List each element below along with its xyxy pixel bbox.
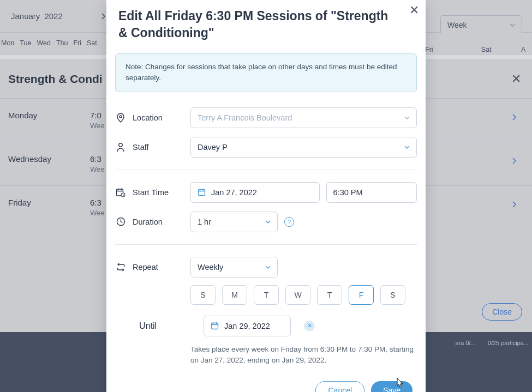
repeat-icon bbox=[115, 262, 126, 273]
location-row: Location Terry A Francois Boulevard bbox=[115, 103, 417, 132]
cancel-button[interactable]: Cancel bbox=[315, 381, 364, 392]
day-thu[interactable]: T bbox=[317, 285, 342, 305]
chevron-down-icon bbox=[265, 220, 271, 224]
svg-rect-6 bbox=[212, 323, 218, 329]
day-wed[interactable]: W bbox=[285, 285, 310, 305]
duration-select[interactable]: 1 hr bbox=[190, 212, 278, 232]
close-button[interactable]: ✕ bbox=[409, 3, 419, 17]
day-fri[interactable]: F bbox=[349, 285, 374, 305]
clear-until-icon[interactable]: ✕ bbox=[304, 321, 315, 331]
duration-row: Duration 1 hr ? bbox=[115, 207, 417, 237]
start-time-label: Start Time bbox=[133, 188, 190, 197]
svg-rect-4 bbox=[199, 190, 205, 196]
day-sun[interactable]: S bbox=[190, 285, 216, 305]
staff-label: Staff bbox=[133, 143, 190, 152]
until-date-input[interactable]: Jan 29, 2022 bbox=[204, 316, 291, 336]
start-time-input[interactable]: 6:30 PM bbox=[326, 182, 417, 203]
staff-row: Staff Davey P bbox=[115, 132, 417, 162]
day-sat[interactable]: S bbox=[380, 285, 405, 305]
modal-title: Edit All Friday 6:30 PM Sessions of "Str… bbox=[106, 0, 426, 41]
staff-select[interactable]: Davey P bbox=[190, 137, 417, 158]
duration-value: 1 hr bbox=[198, 218, 211, 226]
info-note: Note: Changes for sessions that take pla… bbox=[115, 53, 417, 92]
svg-point-1 bbox=[119, 143, 122, 146]
save-button[interactable]: Save bbox=[371, 381, 413, 392]
recurrence-summary: Takes place every week on Friday from 6:… bbox=[106, 336, 426, 366]
repeat-label: Repeat bbox=[133, 263, 190, 272]
edit-sessions-modal: ✕ Edit All Friday 6:30 PM Sessions of "S… bbox=[106, 0, 426, 392]
help-icon[interactable]: ? bbox=[284, 217, 294, 227]
duration-label: Duration bbox=[133, 218, 190, 226]
until-label: Until bbox=[139, 321, 197, 331]
start-date-input[interactable]: Jan 27, 2022 bbox=[190, 182, 320, 203]
until-date-value: Jan 29, 2022 bbox=[224, 322, 270, 330]
location-value: Terry A Francois Boulevard bbox=[198, 113, 292, 122]
start-time-value: 6:30 PM bbox=[333, 188, 363, 197]
calendar-clock-icon bbox=[115, 187, 126, 198]
day-mon[interactable]: M bbox=[222, 285, 247, 305]
weekday-buttons: S M T W T F S bbox=[115, 285, 417, 305]
chevron-down-icon bbox=[404, 146, 410, 149]
divider bbox=[115, 170, 417, 170]
calendar-icon bbox=[198, 188, 206, 196]
staff-value: Davey P bbox=[198, 143, 228, 152]
repeat-select[interactable]: Weekly bbox=[190, 257, 278, 278]
repeat-row: Repeat Weekly bbox=[115, 252, 417, 282]
divider bbox=[115, 244, 417, 245]
day-tue[interactable]: T bbox=[254, 285, 279, 305]
start-time-row: Start Time Jan 27, 2022 6:30 PM bbox=[115, 178, 417, 207]
modal-actions: Cancel Save bbox=[106, 366, 426, 392]
clock-icon bbox=[115, 216, 126, 227]
repeat-value: Weekly bbox=[198, 263, 223, 272]
chevron-down-icon bbox=[404, 116, 410, 119]
location-label: Location bbox=[133, 113, 190, 122]
location-icon bbox=[115, 112, 126, 123]
calendar-icon bbox=[211, 322, 219, 330]
chevron-down-icon bbox=[265, 266, 271, 269]
start-date-value: Jan 27, 2022 bbox=[211, 188, 257, 197]
location-select[interactable]: Terry A Francois Boulevard bbox=[190, 107, 417, 128]
person-icon bbox=[115, 142, 126, 153]
svg-point-0 bbox=[119, 116, 122, 118]
